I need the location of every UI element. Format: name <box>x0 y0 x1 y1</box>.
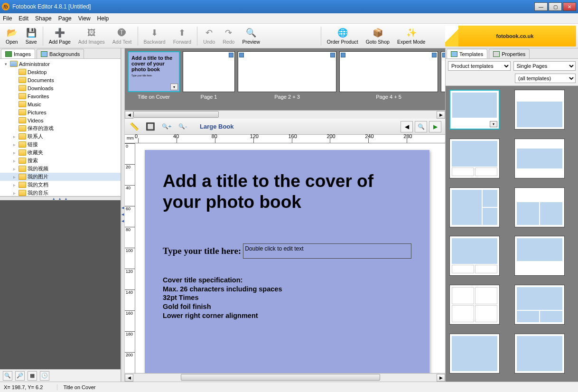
tree-node[interactable]: ▹我的音乐 <box>0 189 121 196</box>
tree-node[interactable]: ▾Administrator <box>0 60 121 68</box>
tree-node[interactable]: Music <box>0 100 121 108</box>
filter-select[interactable]: (all templates) <box>515 74 576 83</box>
thumb-item[interactable]: Add a title to the cover of your photo b… <box>128 51 180 110</box>
canvas-scroll-left[interactable]: ◀ <box>125 374 133 382</box>
cover-page[interactable]: Add a title to the cover of your photo b… <box>145 150 429 373</box>
page-type-select[interactable]: Single Pages <box>513 61 576 71</box>
next-page-button[interactable]: ▶ <box>429 121 441 132</box>
canvas-scroll-right[interactable]: ▶ <box>437 374 445 382</box>
undo-button[interactable]: ↶Undo <box>199 25 219 47</box>
product-templates-select[interactable]: Product templates <box>448 61 511 71</box>
tree-node[interactable]: Downloads <box>0 84 121 92</box>
tab-images[interactable]: Images <box>1 49 35 58</box>
template-item[interactable] <box>449 334 500 373</box>
thumb-item[interactable]: Page 2 + 3 <box>238 51 336 110</box>
zoom-reset-button[interactable]: 🔍 <box>3 371 12 381</box>
ruler-icon[interactable]: 📏 <box>129 121 140 132</box>
tree-node[interactable]: ▹收藏夹 <box>0 149 121 157</box>
zoom-in-icon[interactable]: 🔍+ <box>161 121 172 132</box>
order-product-button[interactable]: 🌐Order Product <box>323 25 362 47</box>
bring-forward-icon: ⬆ <box>177 27 188 38</box>
tree-node[interactable]: Videos <box>0 116 121 124</box>
menu-help[interactable]: Help <box>97 15 109 22</box>
scroll-handle[interactable] <box>133 111 219 118</box>
template-item[interactable] <box>514 285 565 325</box>
template-item[interactable] <box>514 139 565 178</box>
tab-backgrounds[interactable]: Backgrounds <box>37 49 84 58</box>
add-images-button[interactable]: 🖼Add Images <box>75 25 109 47</box>
template-item[interactable] <box>514 334 565 373</box>
tree-node[interactable]: ▹链接 <box>0 140 121 149</box>
text-icon: 🅣 <box>116 27 128 38</box>
preview-button[interactable]: 🔍Preview <box>238 25 263 47</box>
title-input[interactable]: Double click to edit text <box>243 243 411 259</box>
template-item[interactable] <box>514 236 565 276</box>
title-label: Type your title here: <box>163 246 241 256</box>
tree-node[interactable]: ▹我的视频 <box>0 165 121 173</box>
prev-page-button[interactable]: ◀ <box>401 121 413 132</box>
minimize-button[interactable]: — <box>534 2 548 11</box>
left-tabs: Images Backgrounds <box>0 48 121 59</box>
zoom-out-icon[interactable]: 🔍- <box>177 121 188 132</box>
add-page-button[interactable]: ➕Add Page <box>45 25 75 47</box>
tab-templates[interactable]: Templates <box>447 49 487 58</box>
menu-view[interactable]: View <box>78 15 91 22</box>
tree-node[interactable]: 保存的游戏 <box>0 124 121 132</box>
add-text-button[interactable]: 🅣Add Text <box>109 25 136 47</box>
horizontal-splitter[interactable]: ▲ ▲ ▲ <box>0 196 121 200</box>
scroll-left-button[interactable]: ◀ <box>125 111 133 119</box>
left-panel: Images Backgrounds ▾AdministratorDesktop… <box>0 48 121 382</box>
zoom-in-button[interactable]: 🔎 <box>15 371 25 381</box>
refresh-button[interactable]: 🕓 <box>40 371 49 381</box>
template-item[interactable] <box>514 90 565 130</box>
maximize-button[interactable]: ▢ <box>549 2 562 11</box>
canvas-scrollbar[interactable]: ◀ ▶ <box>125 373 445 382</box>
template-item[interactable] <box>514 187 565 227</box>
thumb-item[interactable]: Page 4 + 5 <box>339 51 438 110</box>
expert-mode-button[interactable]: ✨Expert Mode <box>393 25 429 47</box>
tree-node[interactable]: Documents <box>0 76 121 84</box>
window-titlebar: fb Fotobook Editor 4.8.1 [Untitled] — ▢ … <box>0 0 578 13</box>
image-preview-area <box>0 200 121 369</box>
grid-toggle-icon[interactable]: 🔲 <box>145 121 156 132</box>
main-toolbar: 📂Open 💾Save ➕Add Page 🖼Add Images 🅣Add T… <box>0 24 578 48</box>
grid-button[interactable]: ▦ <box>28 371 37 381</box>
canvas-scroll-handle[interactable] <box>181 374 380 381</box>
open-button[interactable]: 📂Open <box>2 25 22 47</box>
template-item[interactable] <box>449 285 500 325</box>
goto-shop-button[interactable]: 📦Goto Shop <box>362 25 393 47</box>
tree-node[interactable]: ▹联系人 <box>0 132 121 140</box>
properties-icon <box>493 51 500 57</box>
thumbs-scrollbar[interactable]: ◀ ▶ <box>125 110 445 119</box>
canvas[interactable]: Add a title to the cover of your photo b… <box>135 143 445 373</box>
tree-node[interactable]: ▹搜索 <box>0 157 121 165</box>
fit-page-button[interactable]: 🔍 <box>415 121 427 132</box>
thumb-item[interactable]: Page 1 <box>183 51 235 110</box>
close-button[interactable]: ✕ <box>563 2 576 11</box>
template-item[interactable] <box>449 139 500 178</box>
tree-node[interactable]: Desktop <box>0 68 121 76</box>
tree-node[interactable]: ▹我的图片 <box>0 173 121 181</box>
menu-shape[interactable]: Shape <box>35 15 52 22</box>
tree-node[interactable]: Favorites <box>0 92 121 100</box>
template-item[interactable]: ▾ <box>449 90 500 130</box>
status-page: Title on Cover <box>57 384 95 390</box>
template-item[interactable] <box>449 187 500 227</box>
save-button[interactable]: 💾Save <box>22 25 41 47</box>
tab-properties[interactable]: Properties <box>489 49 530 58</box>
menu-edit[interactable]: Edit <box>19 15 28 22</box>
thumb-item[interactable]: Page 6 + 7 <box>441 51 445 110</box>
scroll-right-button[interactable]: ▶ <box>437 111 445 119</box>
folder-tree[interactable]: ▾AdministratorDesktopDocumentsDownloadsF… <box>0 59 121 196</box>
menu-page[interactable]: Page <box>58 15 72 22</box>
spec-text: Cover title specification:Max. 26 charac… <box>163 276 411 320</box>
tree-node[interactable]: Pictures <box>0 108 121 116</box>
menu-file[interactable]: File <box>3 15 12 22</box>
scroll-track[interactable] <box>133 111 437 119</box>
template-item[interactable] <box>449 236 500 276</box>
forward-button[interactable]: ⬆Forward <box>169 25 196 47</box>
tree-node[interactable]: ▹我的文档 <box>0 181 121 189</box>
vertical-splitter-left[interactable]: ◀ ◀ ◀ <box>121 48 125 382</box>
backward-button[interactable]: ⬇Backward <box>140 25 169 47</box>
redo-button[interactable]: ↷Redo <box>219 25 238 47</box>
